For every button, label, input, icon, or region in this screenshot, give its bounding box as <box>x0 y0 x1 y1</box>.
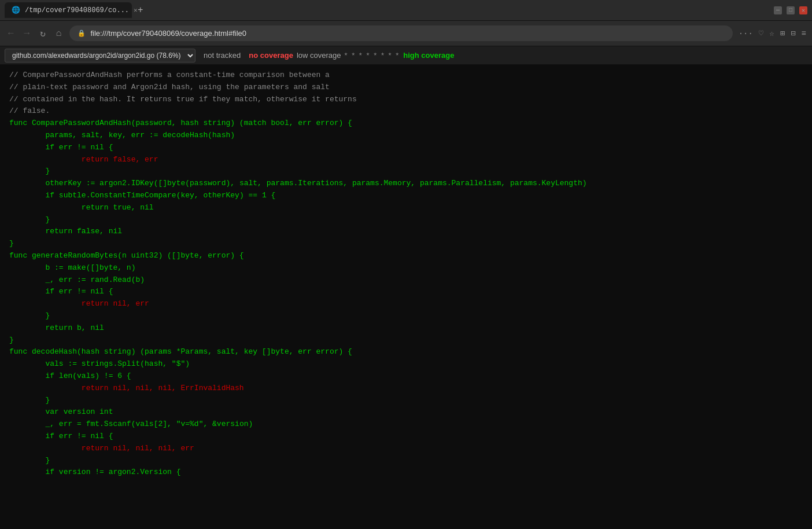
security-icon: 🔒 <box>77 30 86 37</box>
more-button[interactable]: ··· <box>739 29 753 38</box>
toolbar-actions: ··· ♡ ☆ ⊞ ⊟ ≡ <box>739 28 806 38</box>
code-line: } <box>9 238 803 250</box>
code-line: _, err = fmt.Sscanf(vals[2], "v=%d", &ve… <box>9 418 803 431</box>
close-button[interactable]: ✕ <box>799 6 807 14</box>
not-tracked-label: not tracked <box>199 51 245 60</box>
code-line: vals := strings.Split(hash, "$") <box>9 358 803 370</box>
file-selector[interactable]: github.com/alexedwards/argon2id/argon2id… <box>5 49 195 63</box>
code-line: } <box>9 395 803 407</box>
high-coverage-label: high coverage <box>403 51 454 60</box>
new-tab-button[interactable]: + <box>134 4 147 17</box>
code-line: if len(vals) != 6 { <box>9 370 803 383</box>
code-line: // ComparePasswordAndHash performs a con… <box>9 69 803 82</box>
code-line: } <box>9 214 803 226</box>
code-line: params, salt, key, err := decodeHash(has… <box>9 130 803 142</box>
code-line: return b, nil <box>9 322 803 335</box>
pocket-icon[interactable]: ♡ <box>759 28 763 38</box>
address-text: file:///tmp/cover790408069/coverage.html… <box>90 29 724 38</box>
maximize-button[interactable]: □ <box>787 6 795 14</box>
reader-icon[interactable]: ⊞ <box>780 28 785 38</box>
tab-favicon: 🌐 <box>12 6 20 14</box>
code-line: // plain-text password and Argon2id hash… <box>9 82 803 94</box>
code-line: if subtle.ConstantTimeCompare(key, other… <box>9 190 803 202</box>
low-coverage-label: low coverage <box>297 51 341 60</box>
code-line: var version int <box>9 406 803 418</box>
code-line: } <box>9 310 803 322</box>
code-line: b := make([]byte, n) <box>9 262 803 274</box>
address-bar[interactable]: 🔒 file:///tmp/cover790408069/coverage.ht… <box>69 25 732 41</box>
refresh-button[interactable]: ↻ <box>38 25 48 42</box>
menu-icon[interactable]: ≡ <box>802 29 806 38</box>
code-line: return false, nil <box>9 226 803 238</box>
active-tab[interactable]: 🌐 /tmp/cover790408069/co... ✕ <box>5 2 132 18</box>
back-button[interactable]: ← <box>6 26 16 41</box>
forward-button[interactable]: → <box>22 26 32 41</box>
browser-toolbar: ← → ↻ ⌂ 🔒 file:///tmp/cover790408069/cov… <box>0 21 812 46</box>
sidebar-icon[interactable]: ⊟ <box>791 28 795 38</box>
code-line: func ComparePasswordAndHash(password, ha… <box>9 117 803 130</box>
no-coverage-label: no coverage <box>249 51 293 60</box>
code-line: _, err := rand.Read(b) <box>9 274 803 286</box>
code-line: if err != nil { <box>9 431 803 443</box>
code-line: if err != nil { <box>9 286 803 298</box>
code-line: if version != argon2.Version { <box>9 466 803 479</box>
code-line: func generateRandomBytes(n uint32) ([]by… <box>9 250 803 262</box>
code-line: return nil, err <box>9 298 803 310</box>
coverage-stars: * * * * * * * * <box>345 51 400 60</box>
code-line: otherKey := argon2.IDKey([]byte(password… <box>9 178 803 190</box>
code-line: return false, err <box>9 154 803 166</box>
code-line: } <box>9 166 803 178</box>
code-area: // ComparePasswordAndHash performs a con… <box>0 65 812 529</box>
browser-titlebar: 🌐 /tmp/cover790408069/co... ✕ + — □ ✕ <box>0 0 812 21</box>
code-line: return nil, nil, nil, err <box>9 443 803 455</box>
star-icon[interactable]: ☆ <box>769 28 774 38</box>
home-button[interactable]: ⌂ <box>54 26 64 41</box>
code-line: } <box>9 455 803 467</box>
code-line: // false. <box>9 105 803 117</box>
code-line: if err != nil { <box>9 142 803 154</box>
code-line: return nil, nil, nil, ErrInvalidHash <box>9 383 803 395</box>
code-line: func decodeHash(hash string) (params *Pa… <box>9 346 803 358</box>
window-controls: — □ ✕ <box>774 6 807 14</box>
coverage-toolbar: github.com/alexedwards/argon2id/argon2id… <box>0 46 812 65</box>
tab-area: 🌐 /tmp/cover790408069/co... ✕ + <box>5 2 770 18</box>
tab-title: /tmp/cover790408069/co... <box>25 6 129 14</box>
code-line: } <box>9 335 803 347</box>
code-line: // contained in the hash. It returns tru… <box>9 94 803 106</box>
code-line: return true, nil <box>9 202 803 214</box>
minimize-button[interactable]: — <box>774 6 782 14</box>
